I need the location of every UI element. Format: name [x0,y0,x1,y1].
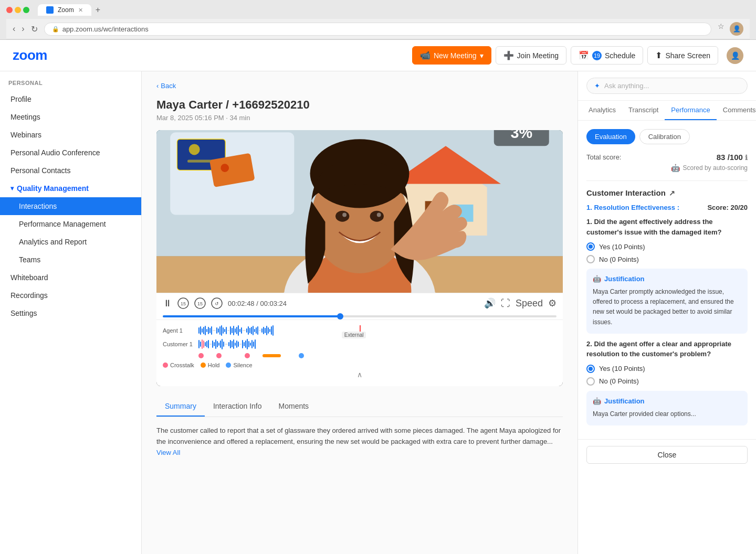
sidebar-item-teams[interactable]: Teams [0,251,141,269]
sidebar-item-personal-audio[interactable]: Personal Audio Conference [0,144,141,162]
external-link-icon[interactable]: ↗ [669,189,675,197]
zoom-logo: zoom [13,47,47,63]
q1-option-yes[interactable]: Yes (10 Points) [586,242,748,251]
legend-hold: Hold [201,362,220,368]
pause-button[interactable]: ⏸ [163,298,172,309]
svg-point-22 [335,211,349,222]
svg-text:15: 15 [181,301,186,306]
speed-button[interactable]: Speed [516,298,543,309]
time-current: 00:02:48 [228,300,255,307]
section-divider-1 [586,180,748,181]
legend-silence-label: Silence [233,362,252,368]
new-tab-button[interactable]: + [96,5,100,15]
eval-tab-calibration[interactable]: Calibration [639,129,690,144]
agent-track-label: Agent 1 [163,327,194,334]
svg-text:3%: 3% [510,130,532,141]
tab-summary[interactable]: Summary [156,397,205,417]
refresh-nav-button[interactable]: ↻ [31,24,38,34]
sidebar-item-settings[interactable]: Settings [0,304,141,322]
video-player[interactable]: 3% [156,130,563,386]
tab-title: Zoom [58,6,74,14]
address-bar[interactable]: 🔒 app.zoom.us/wc/interactions [44,23,711,36]
forward-button[interactable]: 15 [194,297,206,309]
rp-tab-transcript[interactable]: Transcript [622,101,665,120]
robot-icon-1: 🤖 [593,275,601,283]
star-icon[interactable]: ☆ [718,22,724,36]
q2-yes-label: Yes (10 Points) [599,365,645,372]
back-nav-button[interactable]: ‹ [13,24,15,34]
justification-label-2: Justification [604,397,645,405]
summary-text: The customer called to report that a set… [156,427,561,445]
rewind-button[interactable]: 15 [177,297,189,309]
q1-no-label: No (0 Points) [599,255,639,263]
browser-user-avatar[interactable]: 👤 [730,22,743,36]
auto-score-icon: 🤖 [671,164,680,172]
sidebar-item-whiteboard[interactable]: Whiteboard [0,269,141,286]
criterion-name: Resolution Effectiveness : [594,204,679,211]
collapse-waveform-button[interactable]: ∧ [163,368,556,381]
chevron-left-icon: ‹ [156,82,159,90]
video-icon: 📹 [420,50,430,60]
share-screen-button[interactable]: ⬆ Share Screen [647,46,718,65]
schedule-badge: 19 [592,51,602,60]
sidebar-item-recordings[interactable]: Recordings [0,286,141,304]
sidebar-item-analytics-report[interactable]: Analytics and Report [0,233,141,251]
tab-interaction-info[interactable]: Interaction Info [205,397,270,417]
sidebar-item-label: Personal Contacts [10,166,70,175]
back-link[interactable]: ‹ Back [156,82,563,90]
sidebar-item-performance-management[interactable]: Performance Management [0,215,141,233]
question-2-text: 2. Did the agent offer a clear and appro… [586,339,748,359]
sidebar-item-label: Teams [19,255,40,264]
radio-no-icon [586,255,595,263]
skip-button[interactable]: ↺ [211,297,223,309]
rp-tab-analytics[interactable]: Analytics [582,101,622,120]
forward-nav-button[interactable]: › [22,24,24,34]
schedule-label: Schedule [605,51,635,60]
sidebar-item-profile[interactable]: Profile [0,90,141,108]
rp-tab-comments[interactable]: Comments [717,101,756,120]
window-maximize-dot[interactable] [23,7,29,13]
sidebar-item-webinars[interactable]: Webinars [0,126,141,144]
score-row: Total score: 83 /100 ℹ [586,153,748,162]
justification-header-1: 🤖 Justification [593,275,741,283]
section-title-text: Customer Interaction [586,188,666,197]
new-meeting-button[interactable]: 📹 New Meeting ▾ [412,46,491,65]
q2-option-yes[interactable]: Yes (10 Points) [586,365,748,373]
criterion-label: 1. Resolution Effectiveness : [586,204,679,211]
tab-moments[interactable]: Moments [270,397,318,417]
fullscreen-button[interactable]: ⛶ [501,298,510,309]
tab-close-icon[interactable]: ✕ [78,7,83,14]
video-controls: ⏸ 15 15 ↺ 00:02:48 / 00:03:24 🔊 [156,293,563,313]
join-meeting-button[interactable]: ➕ Join Meeting [496,46,566,65]
eval-tab-evaluation[interactable]: Evaluation [586,129,635,144]
ask-anything-input[interactable]: ✦ Ask anything... [586,78,748,94]
progress-bar-container[interactable] [156,313,563,319]
volume-button[interactable]: 🔊 [484,297,496,309]
sidebar-item-label: Whiteboard [10,273,48,282]
close-button[interactable]: Close [586,446,748,464]
toolbar-icons: ☆ 👤 [718,22,743,36]
q1-option-no[interactable]: No (0 Points) [586,255,748,263]
criterion-score: Score: 20/20 [707,204,748,211]
share-screen-label: Share Screen [665,51,710,60]
time-total: 00:03:24 [260,300,287,307]
user-avatar[interactable]: 👤 [727,47,743,64]
sidebar-item-meetings[interactable]: Meetings [0,108,141,126]
q2-option-no[interactable]: No (0 Points) [586,377,748,386]
timeline-markers [163,353,556,359]
schedule-button[interactable]: 📅 19 Schedule [571,46,643,65]
back-label: Back [161,82,176,90]
active-tab[interactable]: Zoom ✕ [38,4,91,16]
sidebar-item-quality-management[interactable]: ▾ Quality Management [0,179,141,197]
sidebar-item-interactions[interactable]: Interactions [0,197,141,215]
window-close-dot[interactable] [6,7,13,13]
sidebar-item-label: Meetings [10,113,40,121]
tab-favicon [46,6,54,14]
window-minimize-dot[interactable] [15,7,21,13]
view-all-link[interactable]: View All [156,449,180,456]
sidebar-item-label: Settings [10,309,37,317]
sidebar-item-personal-contacts[interactable]: Personal Contacts [0,162,141,179]
info-icon[interactable]: ℹ [745,154,748,162]
rp-tab-performance[interactable]: Performance [665,101,716,120]
settings-button[interactable]: ⚙ [548,297,556,309]
